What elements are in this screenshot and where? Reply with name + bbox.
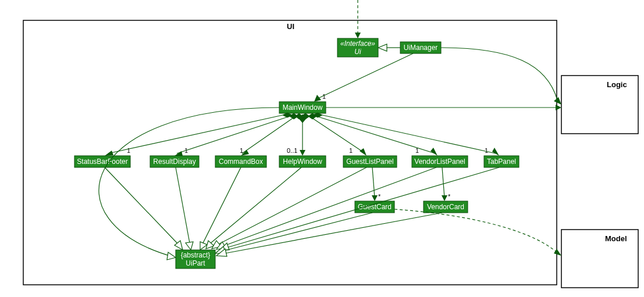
node-mainwindow-label: MainWindow xyxy=(283,103,323,112)
svg-marker-14 xyxy=(167,252,176,260)
node-uipart-name: UiPart xyxy=(186,259,205,267)
node-tabpanel-label: TabPanel xyxy=(487,158,516,166)
node-helpwindow-label: HelpWindow xyxy=(283,158,322,166)
uml-diagram: UI Logic Model «Interface» Ui UiManager … xyxy=(0,0,644,297)
mult-vendorcard: * xyxy=(448,193,451,200)
svg-marker-3 xyxy=(175,151,183,156)
arrow-uimanager-logic xyxy=(554,97,561,105)
node-vendorcard-label: VendorCard xyxy=(427,203,464,211)
arrow-external-ui xyxy=(355,33,361,38)
mult-guestcard: * xyxy=(378,193,381,200)
generalization-edges xyxy=(99,108,499,260)
node-uimanager-label: UiManager xyxy=(404,44,438,52)
edge-uimanager-logic xyxy=(441,48,557,100)
node-ui-interface-name: Ui xyxy=(354,48,361,56)
svg-marker-1 xyxy=(105,151,113,156)
svg-marker-13 xyxy=(492,148,499,156)
arrow-uimanager-ui xyxy=(378,44,387,51)
mult-helpwindow: 0..1 xyxy=(287,147,297,154)
package-model-title: Model xyxy=(605,234,627,243)
node-commandbox-label: CommandBox xyxy=(219,158,263,166)
package-ui-title: UI xyxy=(287,22,294,31)
node-resultdisplay-label: ResultDisplay xyxy=(153,158,195,166)
mult-mainwindow: 1 xyxy=(322,93,326,100)
node-guestlistpanel-label: GuestListPanel xyxy=(346,158,393,166)
arrow-guestcard-model xyxy=(554,249,561,256)
edge-vendorlistpanel-vendorcard xyxy=(442,167,444,198)
composition-edges xyxy=(105,113,499,156)
arrow-guestlistpanel-guestcard xyxy=(372,195,378,201)
mult-guestlistpanel: 1 xyxy=(349,147,353,154)
mult-tabpanel: 1 xyxy=(485,147,488,154)
mult-statusbarfooter: 1 xyxy=(127,147,130,154)
edge-guestlistpanel-guestcard xyxy=(372,167,375,198)
package-logic-title: Logic xyxy=(607,80,627,89)
svg-marker-16 xyxy=(186,242,193,250)
arrow-uimanager-mainwindow xyxy=(314,95,321,102)
node-uipart-stereo: {abstract} xyxy=(181,251,211,259)
svg-marker-7 xyxy=(300,150,305,156)
node-ui-interface-stereo: «Interface» xyxy=(340,40,375,48)
arrow-vendorlistpanel-vendorcard xyxy=(442,195,447,201)
svg-marker-11 xyxy=(430,148,437,156)
edge-uimanager-mainwindow xyxy=(317,53,413,99)
arrow-mainwindow-logic xyxy=(556,105,561,110)
node-statusbarfooter-label: StatusBarFooter xyxy=(77,158,127,166)
node-vendorlistpanel-label: VendorListPanel xyxy=(414,158,465,166)
edge-guestcard-model xyxy=(394,209,557,253)
svg-marker-9 xyxy=(360,148,367,156)
